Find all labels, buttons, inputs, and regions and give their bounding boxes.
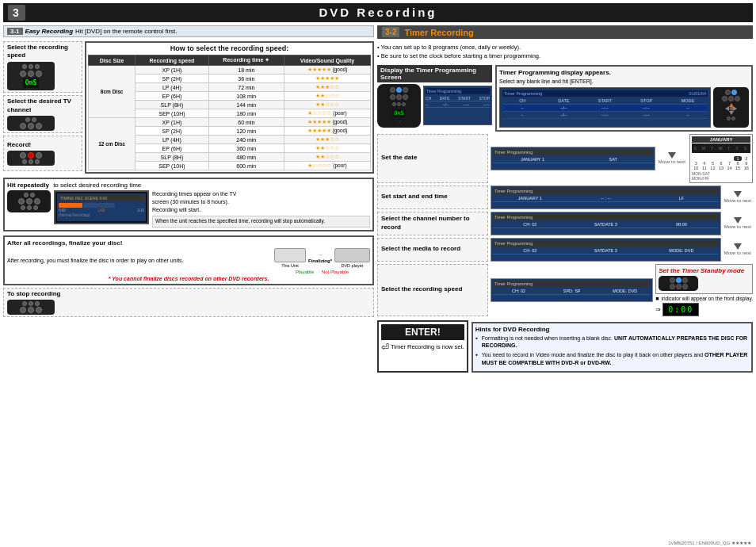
ds-r2c5: -- (668, 113, 708, 117)
speed-sep10h: SEP (10H) (136, 162, 208, 170)
step3-box: Record! (3, 136, 82, 171)
step4-label: To stop recording (7, 290, 370, 298)
quality-2d: ★★☆☆☆ (284, 153, 370, 162)
rl-btn (403, 87, 408, 93)
time-18: 18 min (208, 66, 284, 75)
rl-btn (676, 284, 682, 289)
rl-btn (735, 96, 740, 101)
finger-hint: ☞ (398, 120, 401, 124)
rec-bar (59, 203, 82, 208)
arrow-indicator: ⇒ (655, 306, 661, 313)
ds-r2c1: -- (502, 113, 542, 117)
hit-repeatedly-box: Hit repeatedly to select desired recordi… (3, 178, 374, 231)
col-speed: Recording speed (136, 55, 208, 66)
move-label: Move to next (659, 159, 685, 164)
dpad-center (729, 107, 733, 111)
jan-h-s2: S (742, 146, 750, 151)
ts-media-date: SATDATE 3 (569, 248, 643, 253)
rl-btn (728, 96, 734, 101)
easy-recording-label: Easy Recording (25, 28, 73, 35)
remote-step2 (7, 116, 55, 131)
timer-title: Timer Recording (404, 28, 473, 37)
jan-h-t2: T (725, 146, 734, 151)
timer-step-media-content: Timer Programming CH: 02 SATDATE 3 MODE:… (491, 238, 753, 262)
rbtn (20, 152, 26, 159)
right-column: 3-2 Timer Recording • You can set up to … (377, 25, 753, 542)
rbtn (32, 117, 36, 122)
rbtn (35, 159, 40, 164)
ts-header-spd: Timer Programming (493, 281, 651, 287)
ts-date-date: SAT (574, 157, 653, 162)
rbtn (22, 64, 27, 69)
this-unit-group: This Unit (274, 248, 306, 268)
hit-repeatedly-title: Hit repeatedly to select desired recordi… (7, 182, 370, 189)
speed-lp4: LP (4H) (136, 83, 208, 92)
hit-desc-line3: Recording will start. (152, 207, 200, 212)
jan-title: JANUARY (692, 136, 750, 143)
rbtn (28, 71, 34, 77)
rbtn (36, 307, 42, 313)
ons-display: OnS (9, 78, 53, 88)
enter-icon: ⏎ (381, 342, 389, 353)
step4-box: To stop recording (3, 288, 374, 317)
rbtn (22, 159, 27, 164)
quality-1poor: ★☆☆☆☆ (poor) (284, 109, 370, 118)
ts-header-time: Timer Programming (493, 188, 719, 194)
speed-sep10: SEP (10H) (136, 109, 208, 118)
step1-label: Select the recording speed (7, 44, 78, 60)
jan-week3: 10111213141516 (692, 166, 750, 170)
timer-prog-sub: Select any blank line and hit [ENTER]. (499, 78, 749, 84)
ons-text: OnS (23, 78, 39, 88)
time-72: 72 min (208, 83, 284, 92)
ts-time-val: 08:00 (644, 222, 719, 227)
rl-btn (390, 94, 395, 100)
rl-btn (682, 284, 688, 289)
jan-d: 11 (701, 166, 709, 170)
speed-lp4h: LP (4H) (136, 136, 208, 144)
osd-cell2: --/-- (442, 102, 449, 107)
ts-media-ch: CH: 02 (493, 248, 567, 253)
timer-prog-display-box: Timer Programming display appears. Selec… (495, 65, 753, 132)
jan-d: 12 (708, 166, 717, 170)
table-row: 12 cm Disc XP (1H) 60 min ★★★★★ (good) (89, 118, 371, 127)
page-title: DVD Recording (319, 6, 437, 19)
ts-header-ch: Timer Programming (493, 214, 719, 220)
ts-row-ch: CH: 02 SATDATE 3 08:00 (493, 221, 719, 228)
top-section: Select the recording speed (3, 41, 374, 174)
display-timer-box: Display the Timer Programming Screen (377, 65, 492, 132)
ts-date-ch: JANUARY 1 (493, 157, 572, 162)
time-600: 600 min (208, 162, 284, 170)
ts-start: -- : -- (569, 196, 643, 201)
rbtn (29, 64, 33, 69)
jan-d: 13 (717, 166, 726, 170)
quality-2c: ★★☆☆☆ (284, 144, 370, 153)
move-label4: Move to next (724, 251, 751, 255)
enter-button[interactable]: ENTER! (381, 324, 464, 340)
quality-2: ★★☆☆☆ (284, 92, 370, 101)
ds-r2c2: --/-- (544, 113, 583, 117)
time-180: 180 min (208, 109, 284, 118)
finalizing-arrow: → (318, 252, 323, 258)
dpad-down (729, 111, 734, 115)
rbtn (21, 205, 25, 210)
rbtn-rec (28, 152, 34, 159)
finalize-title: After all recordings, finalize your disc… (7, 239, 370, 247)
hit-content: TIMING REC SCENE 0:00 0:00 1:00 3:10 (No… (7, 190, 370, 228)
remote-hit-repeatedly (7, 190, 51, 212)
timer-date-screen: Timer Programming JANUARY 1 SAT (491, 147, 655, 170)
recording-speed-table-box: How to select the recording speed: Disc … (85, 41, 374, 174)
dpad (725, 103, 737, 115)
timer-step-date-content: Timer Programming JANUARY 1 SAT Move to … (491, 134, 687, 183)
time-label-0: 0:00 (59, 208, 66, 212)
dvd-player-box (334, 248, 370, 262)
timer-media-screen: Timer Programming CH: 02 SATDATE 3 MODE:… (491, 238, 721, 262)
timer-step-time-content: Timer Programming JANUARY 1 -- : -- LF M… (491, 186, 753, 209)
dvd-player-group: DVD player (334, 248, 370, 268)
col-disc: Disc Size (89, 55, 136, 66)
hint-1-text: Formatting is not needed when inserting … (482, 335, 747, 349)
rl-btn-enter (731, 90, 737, 95)
hint-2-text: You need to record in Video mode and fin… (482, 352, 748, 365)
january-calendar: JANUARY S M T W T F S 1 2 (689, 134, 753, 183)
rl-btn-hi (396, 87, 402, 93)
section-3-1-badge: 3-1 (7, 28, 23, 35)
